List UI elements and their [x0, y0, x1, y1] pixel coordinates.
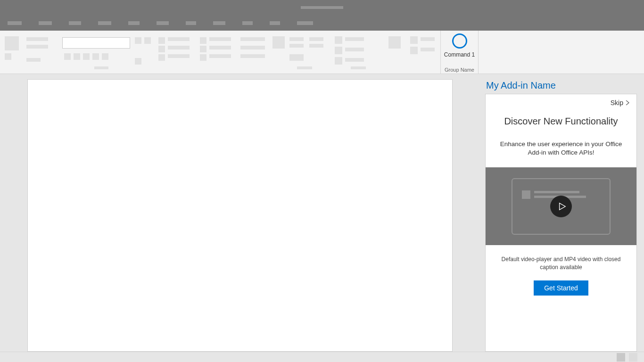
ribbon: Command 1 Group Name: [0, 31, 644, 74]
command-1-icon: [452, 33, 467, 49]
skip-button[interactable]: Skip: [611, 99, 630, 107]
ribbon-custom-group: Command 1 Group Name: [440, 31, 478, 74]
statusbar: [0, 352, 644, 362]
tab-placeholder[interactable]: [186, 21, 196, 25]
tab-placeholder[interactable]: [128, 21, 140, 25]
window-titlebar: [0, 0, 644, 15]
play-icon: [558, 202, 566, 211]
view-button-2[interactable]: [629, 353, 637, 362]
ribbon-placeholder-groups: [0, 31, 440, 74]
taskpane-bottom-section: Default video-player and MP4 video with …: [486, 245, 636, 305]
ribbon-tabs: [0, 15, 644, 31]
view-button-1[interactable]: [617, 353, 625, 362]
tab-placeholder[interactable]: [157, 21, 169, 25]
taskpane-body: Skip Discover New Functionality Enhance …: [485, 94, 637, 352]
chevron-right-icon: [625, 100, 630, 105]
taskpane-title: My Add-in Name: [485, 79, 637, 94]
command-1-button[interactable]: Command 1: [441, 31, 478, 58]
tab-placeholder[interactable]: [213, 21, 225, 25]
tab-placeholder[interactable]: [242, 21, 253, 25]
tab-placeholder[interactable]: [8, 21, 22, 25]
video-player[interactable]: [486, 167, 636, 245]
tab-placeholder[interactable]: [69, 21, 81, 25]
document-surface[interactable]: [27, 79, 453, 352]
skip-label: Skip: [611, 99, 623, 107]
tab-placeholder[interactable]: [39, 21, 52, 25]
taskpane: My Add-in Name Skip Discover New Functio…: [485, 79, 637, 352]
play-button[interactable]: [550, 196, 572, 217]
taskpane-heading: Discover New Functionality: [497, 116, 625, 127]
taskpane-subheading: Enhance the user experience in your Offi…: [497, 140, 625, 157]
get-started-button[interactable]: Get Started: [534, 280, 588, 296]
taskpane-intro-section: Skip Discover New Functionality Enhance …: [486, 94, 636, 167]
titlebar-placeholder: [301, 6, 343, 9]
ribbon-group-name-label: Group Name: [445, 67, 474, 73]
tab-placeholder[interactable]: [297, 21, 313, 25]
tab-placeholder[interactable]: [270, 21, 280, 25]
main-area: My Add-in Name Skip Discover New Functio…: [0, 74, 644, 352]
tab-placeholder[interactable]: [98, 21, 111, 25]
video-caption: Default video-player and MP4 video with …: [495, 255, 627, 271]
command-1-label: Command 1: [444, 51, 475, 58]
